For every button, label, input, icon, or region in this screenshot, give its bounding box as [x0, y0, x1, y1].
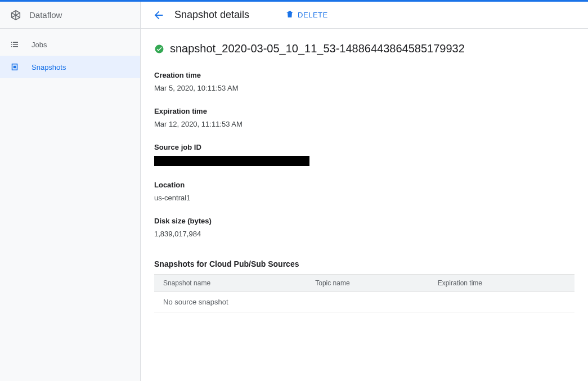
field-disk-size: Disk size (bytes) 1,839,017,984: [154, 217, 574, 238]
snapshot-name: snapshot_2020-03-05_10_11_53-14886443864…: [170, 42, 465, 55]
redacted-value: [154, 156, 309, 166]
topbar: Snapshot details DELETE: [141, 2, 588, 29]
main: Snapshot details DELETE snapshot_2020-03…: [141, 2, 588, 381]
sidebar-header: Dataflow: [0, 2, 140, 29]
field-location: Location us-central1: [154, 181, 574, 202]
field-creation-time: Creation time Mar 5, 2020, 10:11:53 AM: [154, 71, 574, 92]
pubsub-table: Snapshot name Topic name Expiration time…: [154, 274, 574, 312]
list-icon: [9, 39, 20, 50]
field-label: Creation time: [154, 71, 574, 79]
col-expiration-time: Expiration time: [429, 275, 574, 292]
snapshot-icon: [9, 61, 20, 73]
col-topic-name: Topic name: [306, 275, 428, 292]
table-header-row: Snapshot name Topic name Expiration time: [154, 275, 574, 292]
field-value: Mar 5, 2020, 10:11:53 AM: [154, 84, 574, 92]
sidebar-item-snapshots[interactable]: Snapshots: [0, 56, 140, 78]
pubsub-section-title: Snapshots for Cloud Pub/Sub Sources: [154, 259, 574, 268]
content: snapshot_2020-03-05_10_11_53-14886443864…: [141, 29, 588, 381]
field-label: Disk size (bytes): [154, 217, 574, 225]
field-value: 1,839,017,984: [154, 230, 574, 238]
sidebar-nav: Jobs Snapshots: [0, 29, 140, 78]
field-value: us-central1: [154, 194, 574, 202]
page-title: Snapshot details: [174, 9, 249, 21]
trash-icon: [285, 10, 294, 20]
field-value: Mar 12, 2020, 11:11:53 AM: [154, 120, 574, 128]
delete-button-label: DELETE: [298, 11, 328, 19]
dataflow-logo-icon: [9, 8, 23, 22]
app-root: Dataflow Jobs Snapshots Snapshot details: [0, 2, 588, 381]
status-success-icon: [154, 44, 164, 54]
sidebar-item-label: Jobs: [32, 41, 47, 49]
delete-button[interactable]: DELETE: [281, 6, 333, 24]
field-source-job-id: Source job ID: [154, 143, 574, 166]
table-row-empty: No source snapshot: [154, 292, 574, 312]
sidebar: Dataflow Jobs Snapshots: [0, 2, 141, 381]
product-name: Dataflow: [29, 10, 62, 20]
sidebar-item-jobs[interactable]: Jobs: [0, 33, 140, 56]
svg-point-4: [155, 44, 164, 53]
empty-message: No source snapshot: [154, 292, 574, 312]
back-button[interactable]: [152, 8, 165, 22]
field-label: Source job ID: [154, 143, 574, 151]
col-snapshot-name: Snapshot name: [154, 275, 306, 292]
snapshot-heading: snapshot_2020-03-05_10_11_53-14886443864…: [154, 42, 574, 55]
field-label: Location: [154, 181, 574, 189]
sidebar-item-label: Snapshots: [32, 63, 66, 71]
field-label: Expiration time: [154, 107, 574, 115]
field-expiration-time: Expiration time Mar 12, 2020, 11:11:53 A…: [154, 107, 574, 128]
